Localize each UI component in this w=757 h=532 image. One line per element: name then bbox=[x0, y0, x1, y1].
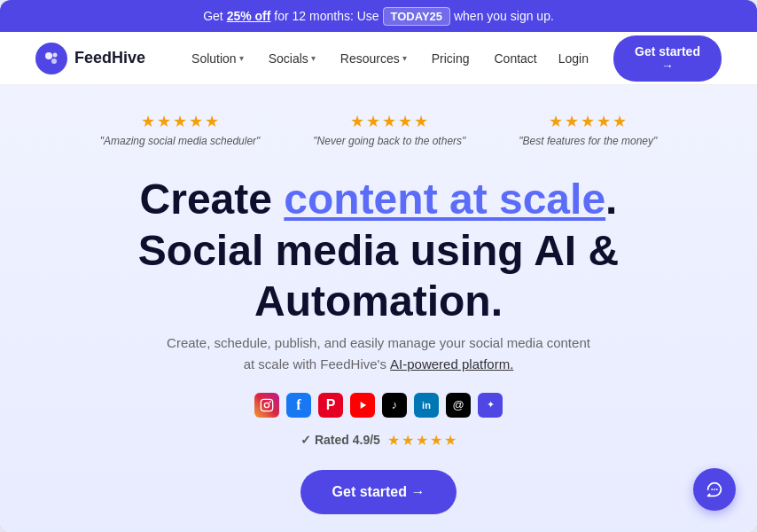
review-text-3: "Best features for the money" bbox=[519, 135, 657, 147]
banner-text-middle: for 12 months: Use bbox=[274, 9, 382, 23]
svg-point-9 bbox=[716, 489, 718, 490]
logo-text: FeedHive bbox=[74, 49, 145, 67]
banner-text-after: when you sign up. bbox=[454, 9, 554, 23]
star-icon: ★ bbox=[597, 112, 611, 131]
nav-links: Solution ▾ Socials ▾ Resources ▾ Pricing… bbox=[181, 44, 548, 73]
star-icon: ★ bbox=[366, 112, 380, 131]
star-icon: ★ bbox=[205, 112, 219, 131]
star-icon: ★ bbox=[189, 112, 203, 131]
nav-item-pricing[interactable]: Pricing bbox=[421, 44, 480, 73]
svg-point-1 bbox=[51, 59, 57, 64]
hero-ai-link[interactable]: AI-powered platform. bbox=[390, 356, 513, 372]
star-icon: ★ bbox=[173, 112, 187, 131]
logo[interactable]: FeedHive bbox=[35, 43, 145, 74]
review-text-1: "Amazing social media scheduler" bbox=[100, 135, 261, 147]
promo-code[interactable]: TODAY25 bbox=[383, 7, 451, 26]
stars-1: ★ ★ ★ ★ ★ bbox=[141, 112, 219, 131]
reviews-row: ★ ★ ★ ★ ★ "Amazing social media schedule… bbox=[35, 112, 722, 147]
logo-icon bbox=[35, 43, 67, 74]
chat-button[interactable] bbox=[693, 468, 736, 511]
star-icon: ★ bbox=[141, 112, 155, 131]
svg-point-0 bbox=[45, 52, 52, 59]
extra-platform-icon[interactable]: ✦ bbox=[478, 393, 503, 418]
threads-icon[interactable]: @ bbox=[446, 393, 471, 418]
social-icons-row: f P ♪ in @ ✦ bbox=[35, 393, 722, 418]
linkedin-icon[interactable]: in bbox=[414, 393, 439, 418]
star-icon: ★ bbox=[613, 112, 627, 131]
chevron-down-icon: ▾ bbox=[311, 53, 316, 63]
hero-line1-after: . bbox=[605, 176, 617, 223]
star-icon: ★ bbox=[414, 112, 428, 131]
nav-item-socials[interactable]: Socials ▾ bbox=[258, 44, 326, 73]
pinterest-icon[interactable]: P bbox=[318, 393, 343, 418]
rating-star-icon: ★ bbox=[444, 432, 457, 449]
star-icon: ★ bbox=[565, 112, 579, 131]
cta-section: Get started → bbox=[35, 470, 722, 514]
svg-point-8 bbox=[714, 489, 715, 490]
rating-stars: ★ ★ ★ ★ ★ bbox=[387, 432, 457, 449]
hero-subtitle-line2: at scale with FeedHive's bbox=[244, 356, 390, 372]
nav-item-solution[interactable]: Solution ▾ bbox=[181, 44, 254, 73]
chevron-down-icon: ▾ bbox=[239, 53, 244, 63]
banner-text-before: Get bbox=[203, 9, 226, 23]
instagram-icon[interactable] bbox=[254, 393, 279, 418]
navbar: FeedHive Solution ▾ Socials ▾ Resources … bbox=[0, 32, 757, 85]
star-icon: ★ bbox=[581, 112, 595, 131]
svg-point-4 bbox=[264, 403, 269, 407]
star-icon: ★ bbox=[382, 112, 396, 131]
get-started-cta-button[interactable]: Get started → bbox=[300, 470, 457, 514]
svg-rect-3 bbox=[261, 399, 272, 411]
rating-star-icon: ★ bbox=[387, 432, 400, 449]
hero-heading: Create content at scale. Social media us… bbox=[35, 174, 722, 327]
stars-2: ★ ★ ★ ★ ★ bbox=[350, 112, 428, 131]
hero-highlight: content at scale bbox=[284, 176, 605, 223]
review-item-1: ★ ★ ★ ★ ★ "Amazing social media schedule… bbox=[100, 112, 261, 147]
review-item-2: ★ ★ ★ ★ ★ "Never going back to the other… bbox=[313, 112, 465, 147]
star-icon: ★ bbox=[157, 112, 171, 131]
login-button[interactable]: Login bbox=[548, 44, 599, 73]
banner-discount: 25% off bbox=[227, 9, 271, 23]
get-started-nav-button[interactable]: Get started → bbox=[613, 35, 722, 82]
hero-line1-before: Create bbox=[140, 176, 285, 223]
nav-item-resources[interactable]: Resources ▾ bbox=[330, 44, 418, 73]
nav-item-contact[interactable]: Contact bbox=[484, 44, 548, 73]
rating-star-icon: ★ bbox=[430, 432, 442, 449]
hero-section: Create content at scale. Social media us… bbox=[35, 174, 722, 375]
svg-point-7 bbox=[711, 489, 713, 490]
youtube-icon[interactable] bbox=[350, 393, 375, 418]
rating-check: ✓ Rated 4.9/5 bbox=[300, 433, 380, 447]
rating-star-icon: ★ bbox=[416, 432, 428, 449]
star-icon: ★ bbox=[398, 112, 412, 131]
review-item-3: ★ ★ ★ ★ ★ "Best features for the money" bbox=[519, 112, 657, 147]
main-content: ★ ★ ★ ★ ★ "Amazing social media schedule… bbox=[0, 85, 757, 532]
facebook-icon[interactable]: f bbox=[286, 393, 311, 418]
svg-point-2 bbox=[53, 52, 58, 57]
hero-subtitle-line1: Create, schedule, publish, and easily ma… bbox=[167, 335, 590, 350]
svg-point-5 bbox=[269, 401, 271, 403]
chevron-down-icon: ▾ bbox=[402, 53, 407, 63]
rating-star-icon: ★ bbox=[402, 432, 414, 449]
hero-line2: Social media using AI & Automation. bbox=[138, 227, 619, 325]
stars-3: ★ ★ ★ ★ ★ bbox=[549, 112, 627, 131]
promo-banner: Get 25% off for 12 months: Use TODAY25 w… bbox=[0, 0, 757, 32]
star-icon: ★ bbox=[549, 112, 563, 131]
svg-marker-6 bbox=[361, 402, 366, 409]
star-icon: ★ bbox=[350, 112, 364, 131]
hero-subtitle: Create, schedule, publish, and easily ma… bbox=[35, 332, 722, 375]
rating-row: ✓ Rated 4.9/5 ★ ★ ★ ★ ★ bbox=[35, 432, 722, 449]
nav-right: Login Get started → bbox=[548, 35, 722, 82]
review-text-2: "Never going back to the others" bbox=[313, 135, 465, 147]
tiktok-icon[interactable]: ♪ bbox=[382, 393, 407, 418]
